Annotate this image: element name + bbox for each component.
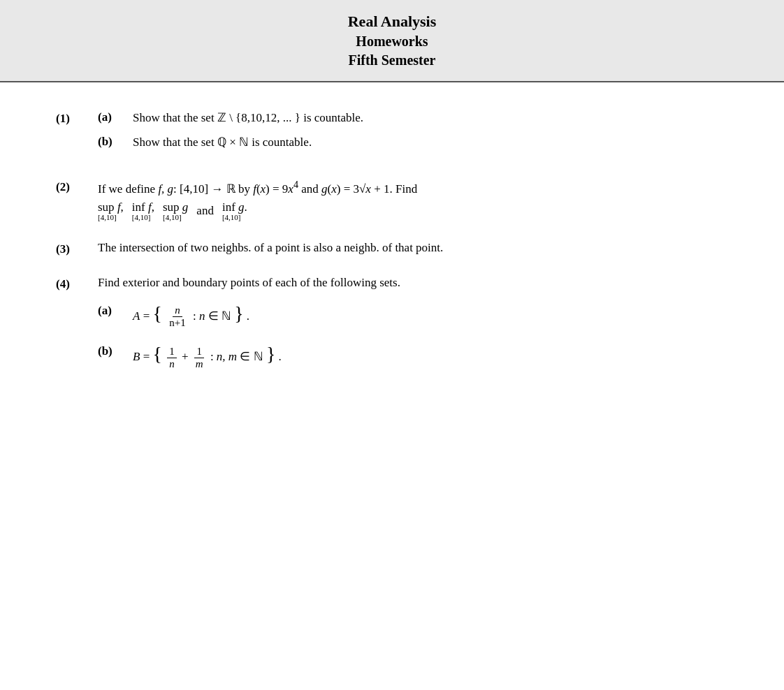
problem-4b-label: (b)	[98, 344, 133, 358]
problem-4-content: Find exterior and boundary points of eac…	[98, 276, 728, 380]
problem-4b-content: B = { 1 n + 1 m : n, m ∈ ℕ } .	[133, 344, 728, 370]
problem-4: (4) Find exterior and boundary points of…	[56, 276, 728, 380]
set-a-open-brace: {	[152, 302, 161, 324]
set-b-open-brace: {	[152, 343, 161, 365]
problem-2-number: (2)	[56, 179, 98, 194]
problem-1: (1) (a) Show that the set ℤ \ {8,10,12, …	[56, 110, 728, 159]
set-a-eq: =	[143, 309, 153, 323]
problem-4a: (a) A = { n n+1 : n ∈ ℕ } .	[98, 304, 728, 330]
set-a-condition: : n ∈ ℕ	[193, 309, 231, 323]
problem-1b-text: Show that the set ℚ × ℕ is countable.	[133, 135, 728, 149]
fraction-1-over-m: 1 m	[194, 346, 205, 370]
page-header: Real Analysis Homeworks Fifth Semester	[0, 0, 784, 82]
fraction-1-over-n: 1 n	[167, 346, 177, 370]
sup-g-block: sup g [4,10]	[163, 200, 188, 221]
content-area: (1) (a) Show that the set ℤ \ {8,10,12, …	[0, 82, 784, 427]
set-b-eq: =	[143, 350, 153, 363]
problem-4-number: (4)	[56, 276, 98, 291]
set-b-condition: : n, m ∈ ℕ	[210, 350, 263, 363]
problem-3-text: The intersection of two neighbs. of a po…	[98, 241, 728, 255]
problem-2-content: If we define f, g: [4,10] → ℝ by f(x) = …	[98, 179, 728, 221]
problem-2-line1: If we define f, g: [4,10] → ℝ by f(x) = …	[98, 179, 728, 196]
set-a-close-brace: }	[234, 302, 243, 324]
page-semester: Fifth Semester	[0, 52, 784, 68]
problem-1b-label: (b)	[98, 135, 133, 149]
problem-4a-content: A = { n n+1 : n ∈ ℕ } .	[133, 304, 728, 330]
problem-3: (3) The intersection of two neighbs. of …	[56, 241, 728, 256]
page-title: Real Analysis	[0, 13, 784, 31]
set-b-close-brace: }	[266, 343, 275, 365]
problem-1-content: (a) Show that the set ℤ \ {8,10,12, ... …	[98, 110, 728, 159]
problem-1a: (a) Show that the set ℤ \ {8,10,12, ... …	[98, 110, 728, 125]
set-a-var: A	[133, 309, 140, 323]
set-b-var: B	[133, 350, 140, 363]
problem-1b: (b) Show that the set ℚ × ℕ is countable…	[98, 135, 728, 149]
problem-3-number: (3)	[56, 241, 98, 256]
problem-1a-label: (a)	[98, 110, 133, 124]
problem-4b: (b) B = { 1 n + 1 m : n, m ∈ ℕ	[98, 344, 728, 370]
problem-2: (2) If we define f, g: [4,10] → ℝ by f(x…	[56, 179, 728, 221]
sup-f-block: sup f, [4,10]	[98, 200, 124, 221]
problem-1a-text: Show that the set ℤ \ {8,10,12, ... } is…	[133, 110, 728, 125]
problem-4-text: Find exterior and boundary points of eac…	[98, 276, 728, 290]
page-subtitle: Homeworks	[0, 34, 784, 50]
inf-g-block: inf g. [4,10]	[222, 200, 247, 221]
inf-f-block: inf f, [4,10]	[132, 200, 154, 221]
set-a-period: .	[247, 309, 249, 323]
set-b-plus: +	[182, 350, 189, 363]
set-b-period: .	[279, 350, 282, 363]
problem-2-line2: sup f, [4,10] inf f, [4,10] sup g [4,10]…	[98, 200, 728, 221]
and-text: and	[196, 204, 214, 218]
problem-1-number: (1)	[56, 110, 98, 126]
fraction-n-over-n1: n n+1	[167, 304, 187, 329]
problem-4a-label: (a)	[98, 304, 133, 318]
